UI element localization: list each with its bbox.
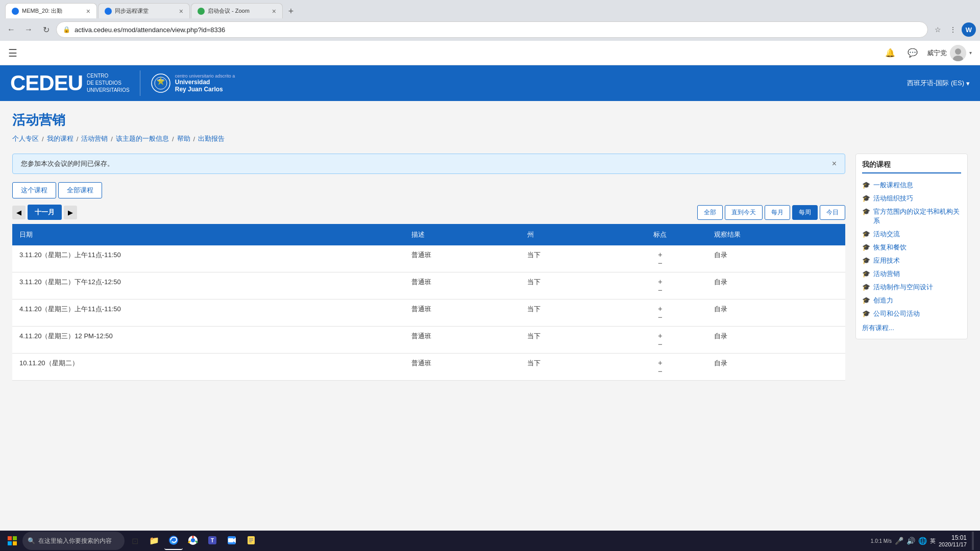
prev-month-button[interactable]: ◀ [12,206,26,219]
sidebar-item[interactable]: 🎓 一般课程信息 [862,179,961,192]
minus-button[interactable]: − [658,313,663,321]
tab-icon-3 [198,8,205,15]
cell-date: 4.11.20（星期三）12 PM-12:50 [12,327,404,354]
svg-point-1 [955,48,961,55]
reload-button[interactable]: ↻ [39,22,53,37]
period-all-button[interactable]: 全部 [697,205,723,220]
plus-button[interactable]: + [658,278,663,285]
cell-date: 4.11.20（星期三）上午11点-11:50 [12,299,404,327]
cell-result: 自录 [707,327,845,354]
hamburger-menu[interactable]: ☰ [8,47,17,59]
minus-button[interactable]: − [658,259,663,267]
table-row: 4.11.20（星期三）12 PM-12:50 普通班 当下 + − 自录 [12,327,845,354]
user-info[interactable]: 威宁党 ▾ [927,45,972,61]
plus-button[interactable]: + [658,359,663,366]
sidebar-item[interactable]: 🎓 恢复和餐饮 [862,241,961,254]
tab-close-2[interactable]: × [179,8,183,15]
main-layout: 您参加本次会议的时间已保存。 × 这个课程 全部课程 ◀ 十一月 ▶ 全部 直到… [12,154,968,381]
top-nav: ☰ 🔔 💬 威宁党 ▾ [0,41,980,65]
points-control: + − [621,305,700,321]
minus-button[interactable]: − [658,340,663,348]
sidebar-item[interactable]: 🎓 应用技术 [862,254,961,267]
period-buttons: 全部 直到今天 每月 每周 今日 [697,205,845,220]
course-icon: 🎓 [862,194,870,202]
address-bar[interactable]: 🔒 activa.cedeu.es/mod/attendance/view.ph… [56,21,928,38]
cell-points: + − [614,354,707,381]
breadcrumb-general-info[interactable]: 该主题的一般信息 [116,134,169,143]
cell-state: 当下 [520,272,614,299]
cedeu-text: CEDEU [10,71,83,95]
period-weekly-button[interactable]: 每周 [792,205,818,220]
breadcrumb-help[interactable]: 帮助 [177,134,190,143]
minus-button[interactable]: − [658,367,663,375]
address-bar-actions: ☆ ⋮ W [931,22,976,37]
language-selector[interactable]: 西班牙语-国际 (ES) ▾ [907,79,970,88]
bookmark-button[interactable]: ☆ [931,23,944,36]
minus-button[interactable]: − [658,286,663,294]
sidebar-link[interactable]: 活动制作与空间设计 [873,283,933,292]
this-course-tab[interactable]: 这个课程 [12,182,56,198]
alert-bar: 您参加本次会议的时间已保存。 × [12,154,845,174]
sidebar-link[interactable]: 公司和公司活动 [873,309,920,318]
message-button[interactable]: 💬 [904,45,921,61]
forward-button[interactable]: → [21,22,36,37]
breadcrumb-course[interactable]: 活动营销 [81,134,108,143]
sidebar-link[interactable]: 活动组织技巧 [873,194,913,203]
sidebar-link[interactable]: 官方范围内的议定书和机构关系 [873,207,961,226]
settings-button[interactable]: ⋮ [946,23,960,36]
sidebar-item[interactable]: 🎓 创造力 [862,294,961,307]
browser-tab-2[interactable]: 同步远程课堂 × [98,3,190,18]
cell-result: 自录 [707,299,845,327]
cell-points: + − [614,299,707,327]
page-title: 活动营销 [12,111,968,129]
period-today-button[interactable]: 今日 [820,205,845,220]
sidebar-link[interactable]: 活动交流 [873,230,900,239]
all-courses-tab[interactable]: 全部课程 [58,182,102,198]
profile-button[interactable]: W [962,22,976,37]
browser-tab-1[interactable]: MEMB_20: 出勤 × [5,3,97,18]
plus-button[interactable]: + [658,305,663,312]
sidebar-item[interactable]: 🎓 官方范围内的议定书和机构关系 [862,205,961,228]
breadcrumb-personalarea[interactable]: 个人专区 [12,134,39,143]
tab-close-1[interactable]: × [86,8,90,15]
plus-button[interactable]: + [658,251,663,258]
browser-chrome: MEMB_20: 出勤 × 同步远程课堂 × 启动会议 - Zoom × + [0,0,980,18]
lock-icon: 🔒 [63,26,70,33]
sidebar-link[interactable]: 应用技术 [873,256,900,265]
month-selector: ◀ 十一月 ▶ [12,205,77,220]
month-button[interactable]: 十一月 [28,205,62,220]
new-tab-button[interactable]: + [284,4,298,18]
cell-result: 自录 [707,354,845,381]
back-button[interactable]: ← [4,22,18,37]
tab-title-1: MEMB_20: 出勤 [22,7,83,15]
browser-tab-3[interactable]: 启动会议 - Zoom × [191,3,283,18]
all-courses-link[interactable]: 所有课程... [862,323,961,333]
breadcrumb-mycourses[interactable]: 我的课程 [47,134,74,143]
sidebar-link[interactable]: 一般课程信息 [873,181,913,190]
sidebar-item[interactable]: 🎓 活动制作与空间设计 [862,281,961,294]
sidebar-item[interactable]: 🎓 活动营销 [862,267,961,281]
sidebar-item[interactable]: 🎓 公司和公司活动 [862,307,961,320]
sidebar-items: 🎓 一般课程信息 🎓 活动组织技巧 🎓 官方范围内的议定书和机构关系 🎓 活动交… [862,179,961,320]
address-bar-row: ← → ↻ 🔒 activa.cedeu.es/mod/attendance/v… [0,18,980,41]
sidebar-link[interactable]: 创造力 [873,296,893,305]
sidebar-link[interactable]: 活动营销 [873,269,900,279]
period-until-today-button[interactable]: 直到今天 [725,205,763,220]
plus-button[interactable]: + [658,332,663,339]
sidebar-link[interactable]: 恢复和餐饮 [873,243,906,252]
alert-close-button[interactable]: × [832,159,837,168]
course-icon: 🎓 [862,310,870,317]
sidebar-item[interactable]: 🎓 活动组织技巧 [862,192,961,205]
course-tabs: 这个课程 全部课程 [12,182,845,198]
course-icon: 🎓 [862,230,870,238]
period-monthly-button[interactable]: 每月 [765,205,790,220]
table-row: 10.11.20（星期二） 普通班 当下 + − 自录 [12,354,845,381]
tab-title-3: 启动会议 - Zoom [208,7,269,15]
tab-icon-1 [12,8,19,15]
tab-close-3[interactable]: × [272,8,276,15]
notification-button[interactable]: 🔔 [882,45,898,61]
cell-result: 自录 [707,245,845,272]
sidebar-item[interactable]: 🎓 活动交流 [862,228,961,241]
points-control: + − [621,332,700,348]
next-month-button[interactable]: ▶ [64,206,77,219]
